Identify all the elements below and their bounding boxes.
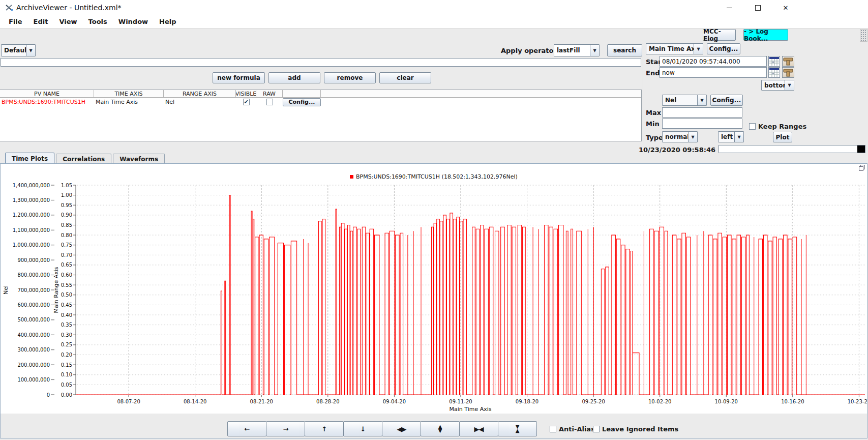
tab-time-plots[interactable]: Time Plots	[5, 153, 54, 164]
table-row[interactable]: BPMS:UNDS:1690:TMITCUS1HMain Time AxisNe…	[0, 98, 641, 106]
new-formula-button[interactable]: new formula	[213, 72, 265, 83]
axis-side-combo[interactable]: left ▼	[718, 131, 744, 142]
svg-text:1,400,000,000: 1,400,000,000	[13, 183, 50, 188]
scroll-down-button[interactable]: ↓	[343, 421, 382, 436]
svg-text:0.70: 0.70	[61, 252, 72, 258]
status-datetime: 10/23/2020 09:58:46	[563, 146, 715, 154]
start-calendar-button[interactable]	[768, 56, 780, 67]
zoom-out-y-button[interactable]: ▲▼	[421, 421, 460, 436]
column-header-range-axis[interactable]: RANGE AXIS	[164, 90, 236, 97]
tab-waveforms[interactable]: Waveforms	[113, 154, 165, 164]
scroll-up-icon: ↑	[322, 425, 327, 433]
svg-text:700,000,000: 700,000,000	[17, 287, 50, 293]
scroll-up-button[interactable]: ↑	[305, 421, 344, 436]
chart-panel[interactable]: BPMS:UNDS:1690:TMITCUS1H (18.502:1,343,1…	[1, 164, 867, 414]
tabbar: Time PlotsCorrelationsWaveforms	[5, 154, 166, 164]
svg-text:1.00: 1.00	[61, 192, 72, 198]
plot-button[interactable]: Plot	[773, 132, 792, 142]
plot-area[interactable]: 0100,000,000200,000,000300,000,000400,00…	[1, 164, 867, 414]
remove-button[interactable]: remove	[324, 72, 376, 83]
raw-checkbox[interactable]	[266, 99, 273, 105]
column-header-time-axis[interactable]: TIME AXIS	[94, 90, 164, 97]
start-time-button[interactable]	[782, 56, 794, 67]
operator-combo[interactable]: lastFill ▼	[554, 44, 600, 56]
chevron-down-icon[interactable]: ▼	[697, 95, 706, 105]
chevron-down-icon[interactable]: ▼	[688, 132, 697, 142]
column-header-visible[interactable]: VISIBLE	[236, 90, 256, 97]
range-axis-combo-value: Nel	[663, 95, 697, 105]
svg-text:200,000,000: 200,000,000	[17, 362, 50, 368]
clear-button[interactable]: clear	[379, 72, 431, 83]
svg-text:600,000,000: 600,000,000	[17, 302, 50, 308]
end-input[interactable]	[660, 67, 767, 78]
menu-tools[interactable]: Tools	[83, 15, 113, 28]
svg-text:09-18-20: 09-18-20	[516, 399, 538, 404]
svg-text:0.00: 0.00	[61, 392, 72, 398]
column-header-config[interactable]	[283, 90, 321, 97]
chevron-down-icon[interactable]: ▼	[785, 80, 794, 90]
visible-checkbox[interactable]: ✔	[243, 99, 250, 105]
column-header-raw[interactable]: RAW	[256, 90, 283, 97]
zoom-in-y-button[interactable]: ▼▲	[498, 421, 537, 436]
chevron-down-icon[interactable]: ▼	[694, 44, 703, 54]
range-axis-cell: Nel	[164, 99, 236, 105]
menu-edit[interactable]: Edit	[28, 15, 54, 28]
scroll-left-button[interactable]: ←	[227, 421, 266, 436]
end-calendar-button[interactable]	[768, 67, 780, 78]
menu-help[interactable]: Help	[154, 15, 182, 28]
zoom-in-x-icon: ▶◀	[474, 425, 484, 433]
svg-text:1,100,000,000: 1,100,000,000	[13, 227, 50, 233]
range-axis-combo[interactable]: Nel ▼	[662, 95, 707, 106]
keep-ranges-row: Keep Ranges	[749, 123, 806, 130]
window-title: ArchiveViewer - Untitled.xml*	[16, 4, 122, 12]
time-axis-combo[interactable]: Main Time Axis ▼	[646, 43, 703, 54]
leave-ignored-label: Leave Ignored Items	[602, 425, 678, 433]
menu-window[interactable]: Window	[113, 15, 154, 28]
add-button[interactable]: add	[268, 72, 320, 83]
tab-correlations[interactable]: Correlations	[56, 154, 111, 164]
max-input[interactable]	[662, 107, 742, 118]
leave-ignored-checkbox[interactable]	[593, 426, 600, 432]
minimize-button[interactable]	[717, 0, 741, 15]
svg-text:0.85: 0.85	[61, 222, 72, 228]
end-time-button[interactable]	[782, 67, 794, 78]
preset-combo[interactable]: Default ▼	[1, 44, 36, 56]
mcc-elog-button[interactable]: MCC-Elog	[703, 29, 736, 41]
anti-alias-checkbox[interactable]	[550, 426, 556, 432]
min-input[interactable]	[662, 119, 742, 129]
keep-ranges-label: Keep Ranges	[758, 123, 806, 130]
close-button[interactable]: ✕	[774, 0, 797, 15]
row-config-button[interactable]: Config...	[283, 98, 321, 106]
menu-file[interactable]: File	[3, 15, 28, 28]
detach-plot-icon[interactable]	[859, 165, 865, 171]
menu-view[interactable]: View	[53, 15, 82, 28]
maximize-button[interactable]	[746, 0, 769, 15]
panel-divider	[643, 43, 643, 142]
time-axis-cell: Main Time Axis	[94, 99, 164, 105]
scroll-right-button[interactable]: →	[266, 421, 305, 436]
zoom-out-x-button[interactable]: ◀▶	[382, 421, 421, 436]
chevron-down-icon[interactable]: ▼	[26, 45, 35, 56]
time-axis-config-button[interactable]: Config...	[707, 43, 740, 54]
column-header-pv-name[interactable]: PV NAME	[0, 90, 94, 97]
svg-text:0.15: 0.15	[61, 362, 72, 368]
log-book-button[interactable]: - > Log Book...	[743, 29, 788, 41]
keep-ranges-checkbox[interactable]	[749, 123, 756, 130]
search-button[interactable]: search	[607, 44, 642, 56]
chevron-down-icon[interactable]: ▼	[734, 132, 743, 142]
start-input[interactable]	[660, 56, 767, 67]
svg-text:0.45: 0.45	[61, 302, 72, 308]
svg-text:900,000,000: 900,000,000	[17, 257, 50, 263]
svg-text:0.80: 0.80	[61, 232, 72, 238]
svg-text:0.90: 0.90	[61, 212, 72, 218]
svg-text:0.05: 0.05	[61, 382, 72, 388]
pv-table-header: PV NAMETIME AXISRANGE AXISVISIBLERAW	[0, 90, 641, 98]
zoom-in-x-button[interactable]: ▶◀	[459, 421, 498, 436]
zoom-in-y-icon: ▼▲	[516, 425, 520, 433]
axis-position-combo[interactable]: bottom ▼	[761, 80, 794, 91]
corner-grip[interactable]	[860, 29, 867, 42]
chevron-down-icon[interactable]: ▼	[590, 45, 599, 56]
range-axis-config-button[interactable]: Config...	[710, 95, 743, 106]
type-combo[interactable]: normal ▼	[662, 131, 698, 142]
expression-input[interactable]	[1, 58, 641, 67]
